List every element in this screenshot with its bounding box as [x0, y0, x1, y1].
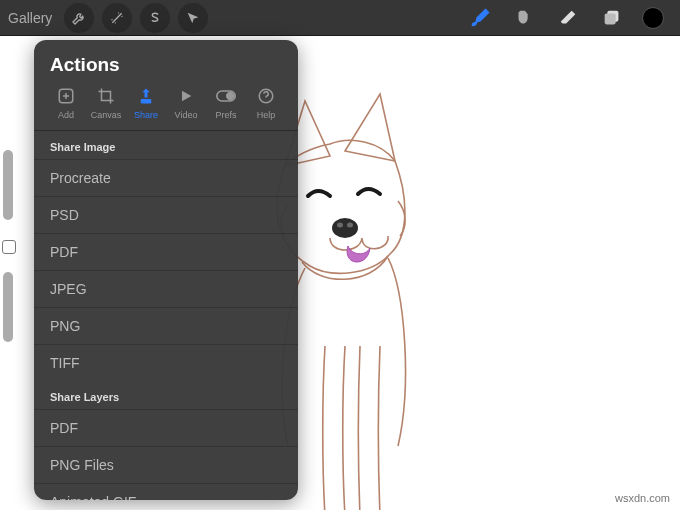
cursor-icon [185, 10, 201, 26]
export-png[interactable]: PNG [34, 307, 298, 344]
side-toggle[interactable] [2, 240, 16, 254]
tab-canvas[interactable]: Canvas [86, 86, 126, 120]
top-toolbar: Gallery [0, 0, 680, 36]
export-procreate[interactable]: Procreate [34, 159, 298, 196]
adjustments-button[interactable] [102, 3, 132, 33]
selection-button[interactable] [140, 3, 170, 33]
tab-share[interactable]: Share [126, 86, 166, 120]
opacity-slider[interactable] [3, 272, 13, 342]
watermark: wsxdn.com [615, 492, 670, 504]
export-psd[interactable]: PSD [34, 196, 298, 233]
toggle-icon [216, 86, 236, 106]
tab-label: Add [58, 110, 74, 120]
brush-size-slider[interactable] [3, 150, 13, 220]
brush-button[interactable] [468, 6, 492, 30]
svg-rect-1 [605, 13, 616, 24]
section-header-share-layers: Share Layers [34, 381, 298, 409]
gallery-button[interactable]: Gallery [8, 10, 52, 26]
export-pdf[interactable]: PDF [34, 233, 298, 270]
eraser-button[interactable] [556, 6, 580, 30]
svg-rect-6 [141, 99, 152, 104]
export-layers-png-files[interactable]: PNG Files [34, 446, 298, 483]
eraser-icon [557, 7, 579, 29]
brush-icon [469, 7, 491, 29]
tab-label: Share [134, 110, 158, 120]
tab-prefs[interactable]: Prefs [206, 86, 246, 120]
tab-help[interactable]: Help [246, 86, 286, 120]
actions-button[interactable] [64, 3, 94, 33]
popover-tabs: Add Canvas Share Video Prefs Help [34, 86, 298, 131]
tab-label: Prefs [215, 110, 236, 120]
tab-video[interactable]: Video [166, 86, 206, 120]
export-jpeg[interactable]: JPEG [34, 270, 298, 307]
help-icon [256, 86, 276, 106]
wrench-icon [71, 10, 87, 26]
svg-point-3 [337, 223, 343, 228]
smudge-icon [513, 7, 535, 29]
play-icon [176, 86, 196, 106]
section-header-share-image: Share Image [34, 131, 298, 159]
tab-label: Help [257, 110, 276, 120]
crop-icon [96, 86, 116, 106]
smudge-button[interactable] [512, 6, 536, 30]
tab-label: Canvas [91, 110, 122, 120]
wand-icon [109, 10, 125, 26]
selection-s-icon [147, 10, 163, 26]
plus-square-icon [56, 86, 76, 106]
layers-button[interactable] [600, 6, 624, 30]
actions-popover: Actions Add Canvas Share Video Prefs Hel… [34, 40, 298, 500]
svg-point-8 [227, 93, 234, 100]
svg-point-2 [332, 218, 358, 238]
export-layers-pdf[interactable]: PDF [34, 409, 298, 446]
share-icon [136, 86, 156, 106]
tab-add[interactable]: Add [46, 86, 86, 120]
tab-label: Video [175, 110, 198, 120]
transform-button[interactable] [178, 3, 208, 33]
export-tiff[interactable]: TIFF [34, 344, 298, 381]
svg-point-4 [347, 223, 353, 228]
layers-icon [601, 7, 623, 29]
popover-title: Actions [34, 40, 298, 86]
export-animated-gif[interactable]: Animated GIF [34, 483, 298, 500]
color-picker[interactable] [642, 7, 664, 29]
